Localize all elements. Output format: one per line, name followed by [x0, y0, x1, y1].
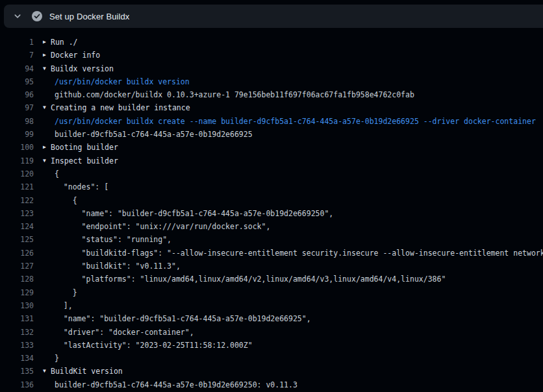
- log-line: 97 ▼ Creating a new builder instance: [0, 101, 543, 114]
- log-line: 131 "name": "builder-d9cfb5a1-c764-445a-…: [0, 312, 543, 325]
- line-number[interactable]: 128: [0, 273, 34, 286]
- line-number[interactable]: 99: [0, 128, 34, 141]
- log-text: /usr/bin/docker buildx version: [55, 75, 190, 88]
- line-number[interactable]: 123: [0, 207, 34, 220]
- log-text: "lastActivity": "2023-02-25T11:58:12.000…: [55, 339, 253, 352]
- log-text: builder-d9cfb5a1-c764-445a-a57e-0b19d2e6…: [55, 378, 297, 391]
- log-line: 134 }: [0, 352, 543, 365]
- log-line: 124 "endpoint": "unix:///var/run/docker.…: [0, 220, 543, 233]
- log-text: "name": "builder-d9cfb5a1-c764-445a-a57e…: [55, 312, 311, 325]
- log-line: 1 ▶ Run ./: [0, 36, 543, 49]
- step-header[interactable]: Set up Docker Buildx: [4, 5, 543, 28]
- log-text: ],: [55, 299, 73, 312]
- line-number[interactable]: 129: [0, 286, 34, 299]
- line-number[interactable]: 124: [0, 220, 34, 233]
- log-line: 128 "platforms": "linux/amd64,linux/amd6…: [0, 273, 543, 286]
- log-line: 96 github.com/docker/buildx 0.10.3+azure…: [0, 88, 543, 101]
- line-number[interactable]: 94: [0, 62, 34, 75]
- line-number[interactable]: 132: [0, 326, 34, 339]
- group-expanded-icon[interactable]: ▼: [43, 365, 51, 378]
- line-number[interactable]: 127: [0, 260, 34, 273]
- log-text: builder-d9cfb5a1-c764-445a-a57e-0b19d2e6…: [55, 128, 253, 141]
- log-text: /usr/bin/docker buildx create --name bui…: [55, 115, 536, 128]
- line-number[interactable]: 130: [0, 299, 34, 312]
- log-text: }: [55, 352, 59, 365]
- log-text: "buildkitd-flags": "--allow-insecure-ent…: [55, 247, 543, 260]
- log-line: 123 "name": "builder-d9cfb5a1-c764-445a-…: [0, 207, 543, 220]
- line-number[interactable]: 135: [0, 365, 34, 378]
- log-line: 95 /usr/bin/docker buildx version: [0, 75, 543, 88]
- group-expanded-icon[interactable]: ▼: [43, 101, 51, 114]
- log-line: 119 ▼ Inspect builder: [0, 154, 543, 167]
- log-line: 130 ],: [0, 299, 543, 312]
- log-text[interactable]: Docker info: [51, 49, 100, 62]
- log-text: "status": "running",: [55, 233, 171, 246]
- line-number[interactable]: 98: [0, 115, 34, 128]
- group-collapsed-icon[interactable]: ▶: [43, 36, 51, 49]
- step-title: Set up Docker Buildx: [49, 12, 129, 21]
- log-line: 100 ▶ Booting builder: [0, 141, 543, 154]
- log-lines: 1 ▶ Run ./ 7 ▶ Docker info 94 ▼ Buildx v…: [0, 29, 543, 392]
- log-text: github.com/docker/buildx 0.10.3+azure-1 …: [55, 88, 414, 101]
- line-number[interactable]: 7: [0, 49, 34, 62]
- line-number[interactable]: 121: [0, 180, 34, 193]
- log-text[interactable]: Run ./: [51, 36, 78, 49]
- log-line: 122 {: [0, 194, 543, 207]
- log-text[interactable]: Booting builder: [51, 141, 118, 154]
- log-text: }: [55, 286, 77, 299]
- group-expanded-icon[interactable]: ▼: [43, 154, 51, 167]
- log-text: "platforms": "linux/amd64,linux/amd64/v2…: [55, 273, 446, 286]
- line-number[interactable]: 131: [0, 312, 34, 325]
- log-line: 132 "driver": "docker-container",: [0, 326, 543, 339]
- line-number[interactable]: 133: [0, 339, 34, 352]
- check-circle-icon: [32, 11, 42, 21]
- line-number[interactable]: 134: [0, 352, 34, 365]
- log-text: "name": "builder-d9cfb5a1-c764-445a-a57e…: [55, 207, 333, 220]
- log-text: "endpoint": "unix:///var/run/docker.sock…: [55, 220, 270, 233]
- line-number[interactable]: 125: [0, 233, 34, 246]
- line-number[interactable]: 97: [0, 101, 34, 114]
- line-number[interactable]: 96: [0, 88, 34, 101]
- line-number[interactable]: 136: [0, 378, 34, 391]
- line-number[interactable]: 122: [0, 194, 34, 207]
- line-number[interactable]: 126: [0, 247, 34, 260]
- group-expanded-icon[interactable]: ▼: [43, 62, 51, 75]
- log-text: "nodes": [: [55, 180, 108, 193]
- log-text[interactable]: Inspect builder: [51, 154, 118, 167]
- chevron-down-icon[interactable]: [9, 5, 26, 28]
- group-collapsed-icon[interactable]: ▶: [43, 141, 51, 154]
- log-text: "buildkit": "v0.11.3",: [55, 260, 181, 273]
- line-number[interactable]: 120: [0, 167, 34, 180]
- log-text: "driver": "docker-container",: [55, 326, 194, 339]
- actions-log-viewer: Set up Docker Buildx 1 ▶ Run ./ 7 ▶ Dock…: [0, 0, 543, 392]
- log-text: {: [55, 167, 59, 180]
- log-line: 120 {: [0, 167, 543, 180]
- log-line: 7 ▶ Docker info: [0, 49, 543, 62]
- line-number[interactable]: 95: [0, 75, 34, 88]
- log-text[interactable]: Creating a new builder instance: [51, 101, 190, 114]
- log-line: 133 "lastActivity": "2023-02-25T11:58:12…: [0, 339, 543, 352]
- log-line: 121 "nodes": [: [0, 180, 543, 193]
- log-text[interactable]: Buildx version: [51, 62, 114, 75]
- line-number[interactable]: 100: [0, 141, 34, 154]
- line-number[interactable]: 1: [0, 36, 34, 49]
- line-number[interactable]: 119: [0, 154, 34, 167]
- log-line: 127 "buildkit": "v0.11.3",: [0, 260, 543, 273]
- log-text[interactable]: BuildKit version: [51, 365, 123, 378]
- log-line: 135 ▼ BuildKit version: [0, 365, 543, 378]
- log-text: {: [55, 194, 77, 207]
- log-line: 125 "status": "running",: [0, 233, 543, 246]
- log-line: 94 ▼ Buildx version: [0, 62, 543, 75]
- group-collapsed-icon[interactable]: ▶: [43, 49, 51, 62]
- log-line: 99 builder-d9cfb5a1-c764-445a-a57e-0b19d…: [0, 128, 543, 141]
- log-line: 129 }: [0, 286, 543, 299]
- log-line: 126 "buildkitd-flags": "--allow-insecure…: [0, 247, 543, 260]
- log-line: 136 builder-d9cfb5a1-c764-445a-a57e-0b19…: [0, 378, 543, 391]
- log-line: 98 /usr/bin/docker buildx create --name …: [0, 115, 543, 128]
